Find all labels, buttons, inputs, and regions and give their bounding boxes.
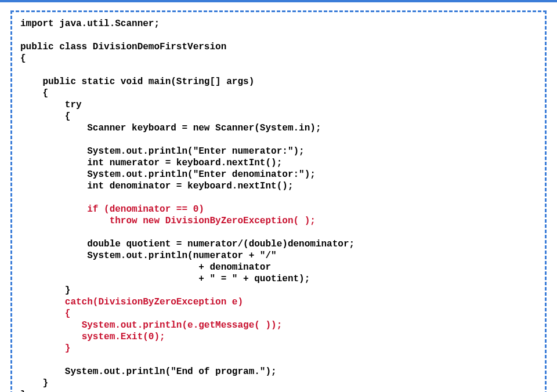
code-line: System.out.println("Enter denominator:")…: [20, 169, 316, 180]
code-line: }: [20, 390, 26, 392]
highlight-exit: system.Exit(0);: [82, 332, 165, 342]
code-line: int denominator = keyboard.nextInt();: [20, 181, 293, 191]
code-block: import java.util.Scanner; public class D…: [20, 18, 537, 392]
code-box: import java.util.Scanner; public class D…: [10, 10, 547, 392]
code-line: Scanner keyboard = new Scanner(System.in…: [20, 123, 321, 133]
highlight-brace-open: {: [65, 308, 71, 319]
code-line: }: [20, 343, 70, 354]
code-line: {: [20, 88, 48, 99]
code-line: {: [20, 111, 70, 122]
code-line: + " = " + quotient);: [20, 274, 310, 284]
code-line: System.out.println(e.getMessage( ));: [20, 320, 282, 331]
highlight-throw: throw new DivisionByZeroException( );: [110, 216, 316, 226]
code-line: }: [20, 285, 70, 296]
code-line: }: [20, 378, 48, 389]
code-line: if (denominator == 0): [20, 204, 204, 215]
code-line: {: [20, 53, 26, 64]
code-line: public static void main(String[] args): [20, 77, 254, 87]
highlight-catch: catch(DivisionByZeroException e): [65, 297, 243, 307]
code-line: + denominator: [20, 262, 271, 273]
highlight-getmessage: System.out.println(e.getMessage( ));: [82, 320, 283, 331]
code-line: int numerator = keyboard.nextInt();: [20, 158, 282, 168]
code-line: System.out.println(numerator + "/": [20, 251, 277, 261]
code-line: System.out.println("End of program.");: [20, 366, 277, 377]
highlight-if: if (denominator == 0): [87, 204, 204, 215]
code-line: {: [20, 308, 70, 319]
code-line: system.Exit(0);: [20, 332, 165, 342]
top-accent-bar: [0, 0, 557, 2]
code-line: import java.util.Scanner;: [20, 19, 160, 29]
code-line: public class DivisionDemoFirstVersion: [20, 42, 226, 52]
highlight-brace-close: }: [65, 343, 71, 354]
code-line: throw new DivisionByZeroException( );: [20, 216, 316, 226]
code-line: System.out.println("Enter numerator:");: [20, 146, 305, 157]
code-line: try: [20, 100, 82, 110]
code-line: double quotient = numerator/(double)deno…: [20, 239, 355, 249]
code-line: catch(DivisionByZeroException e): [20, 297, 243, 307]
